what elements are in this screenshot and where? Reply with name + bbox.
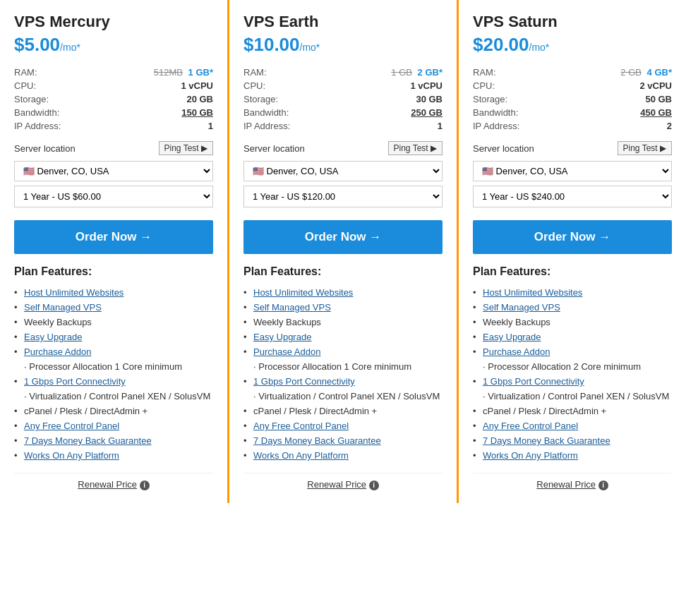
feature-earth-5: · Processor Allocation 1 Core minimum <box>243 359 443 374</box>
plan-earth-name: VPS Earth <box>243 13 443 31</box>
plan-mercury-name: VPS Mercury <box>14 13 213 31</box>
renewal-info-icon-earth[interactable]: i <box>369 481 379 490</box>
plan-mercury-price: $5.00/mo* <box>14 34 213 56</box>
feature-earth-10: 7 Days Money Back Guarantee <box>243 433 443 448</box>
feature-mercury-6: 1 Gbps Port Connectivity <box>14 374 213 389</box>
feature-mercury-8: cPanel / Plesk / DirectAdmin + <box>14 404 213 418</box>
spec-ram: RAM: 512MB 1 GB* <box>14 66 213 79</box>
renewal-info-icon-saturn[interactable]: i <box>598 481 608 490</box>
feature-earth-1: Self Managed VPS <box>243 300 443 315</box>
spec-ip: IP Address: 1 <box>14 119 213 133</box>
plans-container: VPS Mercury $5.00/mo* RAM: 512MB 1 GB* C… <box>0 0 686 503</box>
feature-earth-7: · Virtualization / Control Panel XEN / S… <box>243 389 443 404</box>
server-location-mercury: Server location Ping Test ▶ <box>14 141 213 155</box>
plan-earth: VPS Earth $10.00/mo* RAM: 1 GB 2 GB* CPU… <box>229 0 459 503</box>
renewal-price-earth: Renewal Price i <box>243 473 443 490</box>
order-btn-mercury[interactable]: Order Now → <box>14 220 213 254</box>
feature-earth-9: Any Free Control Panel <box>243 418 443 433</box>
plan-saturn: VPS Saturn $20.00/mo* RAM: 2 GB 4 GB* CP… <box>459 0 686 503</box>
spec-ram-saturn: RAM: 2 GB 4 GB* <box>473 66 672 79</box>
feature-list-earth: Host Unlimited Websites Self Managed VPS… <box>243 285 443 463</box>
feature-earth-3: Easy Upgrade <box>243 330 443 344</box>
spec-cpu-earth: CPU: 1 vCPU <box>243 79 443 92</box>
feature-earth-8: cPanel / Plesk / DirectAdmin + <box>243 404 443 418</box>
spec-bandwidth-earth: Bandwidth: 250 GB <box>243 106 443 119</box>
features-title-mercury: Plan Features: <box>14 265 213 278</box>
feature-mercury-7: · Virtualization / Control Panel XEN / S… <box>14 389 213 404</box>
feature-mercury-2: Weekly Backups <box>14 315 213 330</box>
feature-mercury-4: Purchase Addon <box>14 344 213 359</box>
feature-saturn-9: Any Free Control Panel <box>473 418 672 433</box>
features-title-earth: Plan Features: <box>243 265 443 278</box>
feature-mercury-5: · Processor Allocation 1 Core minimum <box>14 359 213 374</box>
plan-mercury-specs: RAM: 512MB 1 GB* CPU: 1 vCPU Storage: 20… <box>14 66 213 133</box>
feature-earth-6: 1 Gbps Port Connectivity <box>243 374 443 389</box>
renewal-info-icon-mercury[interactable]: i <box>140 481 150 490</box>
feature-earth-4: Purchase Addon <box>243 344 443 359</box>
location-select-saturn[interactable]: 🇺🇸 Denver, CO, USA <box>473 161 672 181</box>
server-location-saturn: Server location Ping Test ▶ <box>473 141 672 155</box>
feature-saturn-8: cPanel / Plesk / DirectAdmin + <box>473 404 672 418</box>
spec-cpu: CPU: 1 vCPU <box>14 79 213 92</box>
spec-ip-earth: IP Address: 1 <box>243 119 443 133</box>
spec-bandwidth: Bandwidth: 150 GB <box>14 106 213 119</box>
ping-test-saturn[interactable]: Ping Test ▶ <box>618 141 672 155</box>
plan-saturn-name: VPS Saturn <box>473 13 672 31</box>
feature-earth-2: Weekly Backups <box>243 315 443 330</box>
feature-mercury-9: Any Free Control Panel <box>14 418 213 433</box>
feature-saturn-2: Weekly Backups <box>473 315 672 330</box>
ping-test-mercury[interactable]: Ping Test ▶ <box>159 141 213 155</box>
plan-mercury: VPS Mercury $5.00/mo* RAM: 512MB 1 GB* C… <box>0 0 229 503</box>
features-title-saturn: Plan Features: <box>473 265 672 278</box>
spec-storage: Storage: 20 GB <box>14 92 213 106</box>
order-btn-saturn[interactable]: Order Now → <box>473 220 672 254</box>
feature-saturn-4: Purchase Addon <box>473 344 672 359</box>
feature-saturn-0: Host Unlimited Websites <box>473 285 672 300</box>
billing-select-saturn[interactable]: 1 Year - US $240.00 <box>473 186 672 207</box>
plan-earth-specs: RAM: 1 GB 2 GB* CPU: 1 vCPU Storage: 30 … <box>243 66 443 133</box>
renewal-price-saturn: Renewal Price i <box>473 473 672 490</box>
feature-saturn-7: · Virtualization / Control Panel XEN / S… <box>473 389 672 404</box>
feature-saturn-1: Self Managed VPS <box>473 300 672 315</box>
ping-test-earth[interactable]: Ping Test ▶ <box>388 141 443 155</box>
spec-bandwidth-saturn: Bandwidth: 450 GB <box>473 106 672 119</box>
plans-wrapper: ‹ VPS Mercury $5.00/mo* RAM: 512MB 1 GB*… <box>0 0 686 503</box>
location-select-earth[interactable]: 🇺🇸 Denver, CO, USA <box>243 161 443 181</box>
feature-list-saturn: Host Unlimited Websites Self Managed VPS… <box>473 285 672 463</box>
billing-select-mercury[interactable]: 1 Year - US $60.00 <box>14 186 213 207</box>
spec-storage-earth: Storage: 30 GB <box>243 92 443 106</box>
feature-saturn-10: 7 Days Money Back Guarantee <box>473 433 672 448</box>
feature-mercury-1: Self Managed VPS <box>14 300 213 315</box>
feature-mercury-10: 7 Days Money Back Guarantee <box>14 433 213 448</box>
feature-mercury-11: Works On Any Platform <box>14 448 213 463</box>
plan-earth-price: $10.00/mo* <box>243 34 443 56</box>
spec-ram-earth: RAM: 1 GB 2 GB* <box>243 66 443 79</box>
renewal-price-mercury: Renewal Price i <box>14 473 213 490</box>
feature-saturn-11: Works On Any Platform <box>473 448 672 463</box>
spec-cpu-saturn: CPU: 2 vCPU <box>473 79 672 92</box>
billing-select-earth[interactable]: 1 Year - US $120.00 <box>243 186 443 207</box>
location-select-mercury[interactable]: 🇺🇸 Denver, CO, USA <box>14 161 213 181</box>
order-btn-earth[interactable]: Order Now → <box>243 220 443 254</box>
plan-saturn-price: $20.00/mo* <box>473 34 672 56</box>
feature-mercury-3: Easy Upgrade <box>14 330 213 344</box>
feature-saturn-3: Easy Upgrade <box>473 330 672 344</box>
feature-earth-11: Works On Any Platform <box>243 448 443 463</box>
feature-mercury-0: Host Unlimited Websites <box>14 285 213 300</box>
feature-list-mercury: Host Unlimited Websites Self Managed VPS… <box>14 285 213 463</box>
feature-saturn-5: · Processor Allocation 2 Core minimum <box>473 359 672 374</box>
feature-saturn-6: 1 Gbps Port Connectivity <box>473 374 672 389</box>
server-location-earth: Server location Ping Test ▶ <box>243 141 443 155</box>
plan-saturn-specs: RAM: 2 GB 4 GB* CPU: 2 vCPU Storage: 50 … <box>473 66 672 133</box>
spec-storage-saturn: Storage: 50 GB <box>473 92 672 106</box>
feature-earth-0: Host Unlimited Websites <box>243 285 443 300</box>
spec-ip-saturn: IP Address: 2 <box>473 119 672 133</box>
